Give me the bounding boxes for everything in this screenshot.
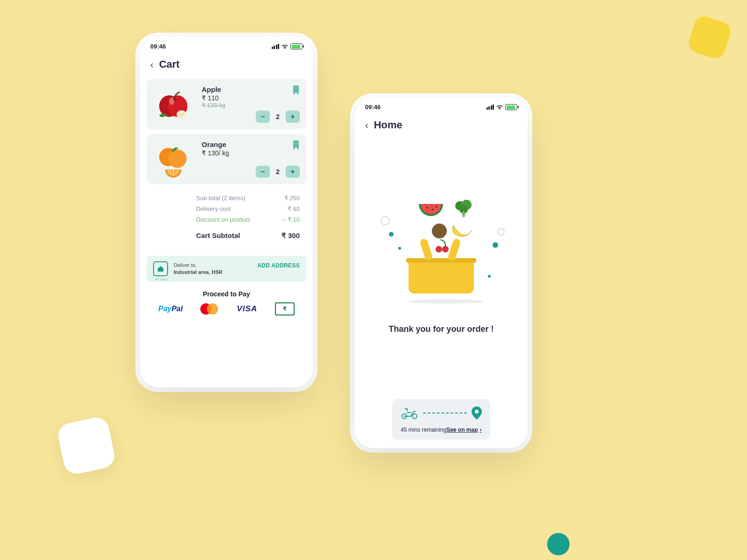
- status-time: 09:46: [365, 104, 381, 111]
- subtotal-label: Sub total (2 items): [196, 195, 246, 202]
- chevron-right-icon: ›: [480, 426, 482, 433]
- qty-minus-button[interactable]: –: [256, 111, 270, 123]
- qty-plus-button[interactable]: +: [286, 166, 300, 178]
- svg-point-11: [432, 209, 434, 210]
- cart-item: Apple ₹ 110 ₹ 120/ kg – 2 +: [147, 79, 306, 129]
- qty-value: 2: [275, 168, 281, 175]
- proceed-button[interactable]: Proceed to Pay: [140, 282, 313, 302]
- qty-plus-button[interactable]: +: [286, 111, 300, 123]
- delivery-value: ₹ 60: [288, 205, 300, 212]
- battery-icon: [290, 43, 303, 49]
- cash-icon[interactable]: [275, 302, 295, 315]
- bookmark-icon[interactable]: [292, 85, 300, 95]
- item-price: ₹ 110: [202, 94, 300, 102]
- status-time: 09:46: [150, 43, 166, 50]
- phone-cart: 09:46 ‹ Cart: [135, 33, 317, 392]
- subtotal-value: ₹ 250: [284, 195, 300, 202]
- paypal-icon[interactable]: PayPal: [158, 305, 183, 313]
- svg-rect-16: [462, 211, 465, 217]
- bookmark-icon[interactable]: [292, 140, 300, 150]
- mastercard-icon[interactable]: [200, 303, 219, 315]
- item-image-orange: [153, 140, 195, 178]
- tracking-card: 45 mins remaining See on map›: [392, 399, 490, 440]
- phone-home: 09:46 ‹ Home: [350, 93, 532, 453]
- time-remaining: 45 mins remaining: [401, 427, 446, 433]
- visa-icon[interactable]: VISA: [237, 304, 257, 314]
- qty-minus-button[interactable]: –: [256, 166, 270, 178]
- home-icon: [153, 261, 168, 276]
- discount-value: – ₹ 10: [282, 216, 300, 223]
- signal-icon: [272, 44, 280, 49]
- payment-methods: PayPal VISA: [140, 302, 313, 321]
- wifi-icon: [281, 44, 289, 49]
- back-button[interactable]: ‹: [150, 59, 154, 70]
- page-title: Cart: [159, 58, 180, 70]
- total-value: ₹ 300: [282, 231, 300, 240]
- svg-point-19: [475, 410, 479, 413]
- svg-point-3: [176, 110, 186, 119]
- item-old-price: ₹ 120/ kg: [202, 102, 300, 109]
- svg-point-10: [427, 207, 428, 209]
- battery-icon: [505, 104, 517, 110]
- deliver-address: Industrial area, HSR: [174, 269, 223, 275]
- thankyou-illustration: [376, 191, 507, 312]
- see-on-map-button[interactable]: See on map›: [446, 426, 482, 433]
- page-title: Home: [374, 119, 402, 131]
- status-bar: 09:46: [140, 37, 313, 53]
- item-name: Orange: [202, 140, 300, 148]
- signal-icon: [486, 105, 494, 110]
- delivery-label: Delivery cost: [196, 205, 231, 212]
- pin-icon: [472, 406, 482, 420]
- item-image-apple: [153, 85, 195, 123]
- delivery-eta: 40 mins: [155, 277, 168, 281]
- svg-point-12: [436, 206, 437, 208]
- progress-line: [423, 413, 467, 413]
- svg-point-6: [169, 150, 187, 168]
- item-name: Apple: [202, 85, 300, 93]
- svg-point-18: [412, 414, 417, 419]
- qty-value: 2: [275, 113, 281, 120]
- svg-point-4: [169, 98, 174, 105]
- thankyou-text: Thank you for your order !: [388, 324, 493, 334]
- item-price: ₹ 130/ kg: [202, 149, 300, 157]
- status-bar: 09:46: [355, 98, 528, 113]
- cart-item: Orange ₹ 130/ kg – 2 +: [147, 134, 306, 184]
- deliver-to-label: Deliver to,: [174, 262, 197, 268]
- add-address-button[interactable]: ADD ADDRESS: [257, 262, 300, 269]
- delivery-card: 40 mins Deliver to, Industrial area, HSR…: [147, 256, 306, 282]
- total-label: Cart Subtotal: [196, 231, 240, 240]
- scooter-icon: [401, 407, 418, 419]
- totals: Sub total (2 items)₹ 250 Delivery cost₹ …: [140, 184, 313, 246]
- back-button[interactable]: ‹: [365, 120, 368, 131]
- discount-label: Discount on product: [196, 216, 250, 223]
- wifi-icon: [496, 105, 503, 110]
